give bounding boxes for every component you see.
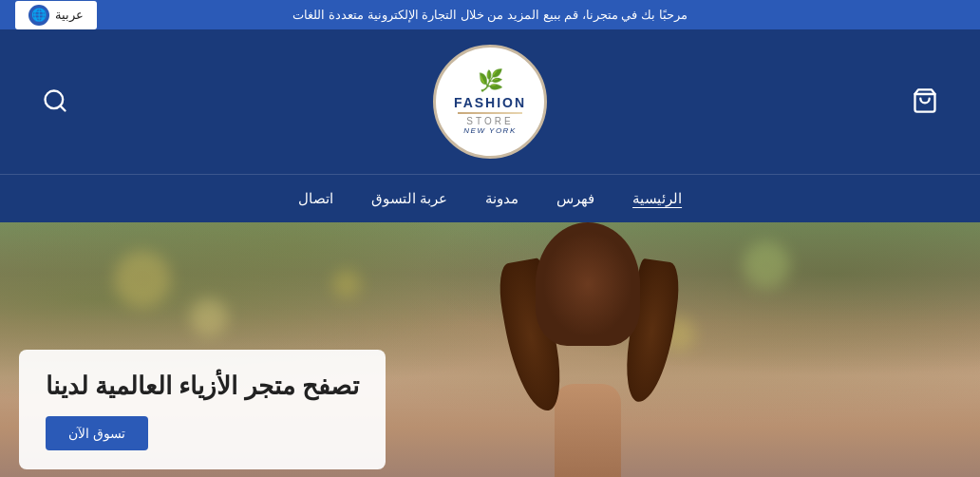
- nav-item-home[interactable]: الرئيسية: [632, 188, 682, 209]
- bokeh-4: [743, 241, 790, 289]
- logo-bird-icon: 🌿: [478, 68, 503, 93]
- language-button[interactable]: عربية 🌐: [15, 1, 97, 29]
- search-button[interactable]: [38, 84, 72, 121]
- hero-title: تصفح متجر الأزياء العالمية لدينا: [46, 369, 359, 403]
- hero-text-box: تصفح متجر الأزياء العالمية لدينا تسوق ال…: [19, 350, 386, 469]
- svg-line-2: [60, 105, 65, 110]
- hero-section: تصفح متجر الأزياء العالمية لدينا تسوق ال…: [0, 222, 980, 477]
- header-left-icons: [38, 84, 72, 121]
- globe-icon: 🌐: [28, 5, 49, 26]
- bokeh-2: [190, 298, 228, 336]
- bokeh-1: [114, 251, 171, 308]
- woman-body: [555, 384, 621, 477]
- search-icon: [42, 87, 68, 114]
- logo-text-fashion: FASHION: [454, 95, 526, 110]
- announcement-bar: مرحبًا بك في متجرنا، قم ببيع المزيد من خ…: [0, 0, 980, 29]
- hero-cta-button[interactable]: تسوق الآن: [46, 416, 148, 450]
- nav-item-cart[interactable]: عربة التسوق: [371, 188, 447, 209]
- logo-container[interactable]: 🌿 FASHION STORE NEW YORK: [433, 45, 547, 159]
- header-right-icons: [908, 84, 942, 121]
- nav-item-blog[interactable]: مدونة: [485, 188, 518, 209]
- cart-button[interactable]: [908, 84, 942, 121]
- hero-woman-figure: [493, 222, 683, 477]
- logo-text-store: STORE: [466, 116, 513, 126]
- nav-item-catalog[interactable]: فهرس: [556, 188, 594, 209]
- logo-divider: [458, 112, 523, 114]
- site-header: 🌿 FASHION STORE NEW YORK: [0, 29, 980, 174]
- logo-text-newyork: NEW YORK: [463, 126, 516, 135]
- woman-hair: [536, 222, 640, 346]
- announcement-text: مرحبًا بك في متجرنا، قم ببيع المزيد من خ…: [292, 8, 687, 22]
- main-nav: الرئيسية فهرس مدونة عربة التسوق اتصال: [0, 174, 980, 222]
- bokeh-3: [332, 270, 361, 298]
- logo-inner: 🌿 FASHION STORE NEW YORK: [436, 48, 544, 156]
- logo-circle: 🌿 FASHION STORE NEW YORK: [433, 45, 547, 159]
- language-label: عربية: [55, 8, 84, 22]
- cart-icon: [912, 87, 938, 114]
- nav-item-contact[interactable]: اتصال: [298, 188, 333, 209]
